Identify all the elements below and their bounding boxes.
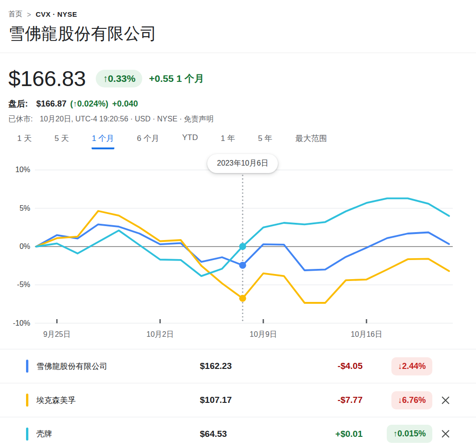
after-hours-price: $166.87 [36, 99, 66, 109]
after-hours-row: 盘后: $166.87 (↑0.024%) +0.040 [8, 98, 468, 109]
market-status-label: 已休市: [8, 114, 33, 124]
series-price: $64.53 [200, 429, 274, 439]
hover-marker-1 [239, 295, 246, 302]
time-range-tab[interactable]: 1 个月 [92, 133, 114, 149]
time-range-tab[interactable]: 1 年 [221, 133, 235, 149]
time-range-tabs: 1 天 5 天 1 个月 6 个月 YTD 1 年 5 年 最大范围 [0, 133, 476, 149]
remove-series-button[interactable] [438, 393, 452, 407]
y-axis-label: 0% [20, 242, 30, 250]
after-hours-change: +0.040 [112, 99, 138, 109]
legend-row: 雪佛龍股份有限公司 $162.23 -$4.05 ↓2.44% [0, 349, 476, 383]
legend-row: 壳牌 $64.53 +$0.01 ↑0.015% [0, 417, 476, 448]
market-status-row: 已休市: 10月20日, UTC-4 19:20:56 · USD · NYSE… [8, 114, 468, 124]
series-name: 埃克森美孚 [36, 395, 76, 406]
close-icon [441, 429, 450, 438]
market-status-text: 10月20日, UTC-4 19:20:56 · USD · NYSE · 免责… [40, 114, 213, 124]
hover-marker-2 [239, 243, 246, 250]
y-axis-label: -5% [17, 281, 30, 288]
series-price: $162.23 [200, 361, 274, 371]
x-axis-label: 10月9日 [250, 330, 277, 338]
series-change: -$7.77 [274, 395, 363, 405]
time-range-tab[interactable]: 最大范围 [295, 133, 327, 149]
chart-canvas: 10%5%0%-5%-10%9月25日10月2日10月9日10月16日 [0, 149, 476, 341]
x-axis-label: 10月16日 [351, 330, 383, 338]
title-divider [0, 53, 476, 53]
time-range-tab[interactable]: 5 天 [54, 133, 69, 149]
price-row: $166.83 ↑0.33% +0.55 1 个月 [8, 66, 468, 91]
header: 首页 > CVX · NYSE 雪佛龍股份有限公司 $166.83 ↑0.33%… [0, 0, 476, 124]
price-change-text: +0.55 1 个月 [149, 72, 204, 85]
series-change: +$0.01 [274, 429, 363, 439]
series-percent-badge: ↑0.015% [387, 425, 432, 443]
page-title: 雪佛龍股份有限公司 [8, 23, 468, 45]
time-range-tab[interactable]: 6 个月 [137, 133, 159, 149]
x-axis-label: 9月25日 [43, 330, 71, 338]
remove-series-button[interactable] [438, 427, 452, 441]
breadcrumb: 首页 > CVX · NYSE [8, 10, 468, 19]
current-price: $166.83 [8, 66, 86, 91]
series-change: -$4.05 [274, 361, 363, 371]
hover-marker-0 [239, 262, 246, 269]
after-hours-label: 盘后: [8, 98, 28, 109]
time-range-tab[interactable]: YTD [182, 133, 198, 149]
price-chart[interactable]: 2023年10月6日 10%5%0%-5%-10%9月25日10月2日10月9日… [0, 149, 476, 341]
series-name: 壳牌 [36, 428, 52, 439]
series-percent-badge: ↓2.44% [391, 357, 432, 375]
series-percent-badge: ↓6.76% [391, 391, 432, 409]
after-hours-percent: (↑0.024%) [70, 99, 108, 109]
chevron-right-icon: > [27, 10, 31, 19]
breadcrumb-home-link[interactable]: 首页 [8, 10, 22, 19]
legend-row: 埃克森美孚 $107.17 -$7.77 ↓6.76% [0, 383, 476, 417]
y-axis-label: 5% [20, 204, 30, 212]
series-price: $107.17 [200, 395, 274, 405]
series-color-bar [26, 360, 28, 373]
compare-legend: 雪佛龍股份有限公司 $162.23 -$4.05 ↓2.44% 埃克森美孚 $1… [0, 349, 476, 448]
series-name: 雪佛龍股份有限公司 [36, 361, 107, 372]
close-icon [441, 396, 450, 405]
y-axis-label: -10% [13, 319, 30, 327]
series-color-bar [26, 428, 28, 441]
price-change-badge: ↑0.33% [96, 70, 142, 87]
chart-hover-tooltip: 2023年10月6日 [207, 154, 278, 173]
y-axis-label: 10% [15, 166, 30, 174]
time-range-tab[interactable]: 5 年 [258, 133, 272, 149]
x-axis-label: 10月2日 [146, 330, 174, 338]
breadcrumb-symbol: CVX · NYSE [36, 10, 77, 18]
time-range-tab[interactable]: 1 天 [17, 133, 32, 149]
series-color-bar [26, 394, 28, 407]
